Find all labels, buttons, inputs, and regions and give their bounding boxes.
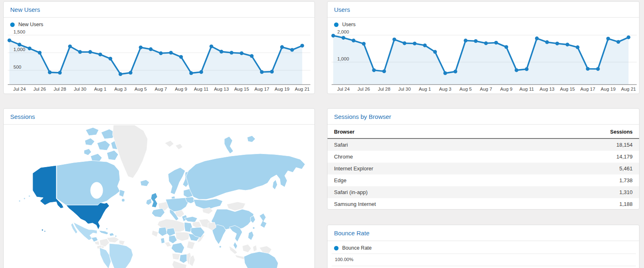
panel-new-users: New Users New Users 5001,0001,500Jul 24J… [3,1,315,94]
cell-browser-name: Safari [328,138,517,151]
svg-text:Aug 1: Aug 1 [94,87,106,92]
svg-text:Aug 19: Aug 19 [601,87,615,92]
legend-dot-icon [334,246,339,250]
legend-label: New Users [18,22,43,27]
svg-text:Jul 26: Jul 26 [33,87,46,92]
svg-text:Aug 13: Aug 13 [540,87,554,92]
svg-text:Aug 9: Aug 9 [175,87,187,92]
panel-header: Users [328,2,639,18]
column-header-browser[interactable]: Browser [328,126,517,138]
panel-sessions-map: Sessions [3,108,315,268]
svg-text:Aug 11: Aug 11 [519,87,534,92]
panel-header: New Users [4,2,314,18]
panel-header: Sessions [4,109,314,125]
browser-table-body: Safari18,154Chrome14,179Internet Explore… [328,138,639,210]
svg-text:2,000: 2,000 [337,29,349,34]
svg-text:Aug 3: Aug 3 [439,87,451,92]
svg-text:Aug 5: Aug 5 [460,87,472,92]
svg-text:500: 500 [13,65,21,69]
users-legend: Users [328,18,639,27]
table-row[interactable]: Chrome14,179 [328,151,639,163]
svg-text:Aug 21: Aug 21 [621,87,636,92]
panel-header: Bounce Rate [328,225,639,241]
sessions-map-title[interactable]: Sessions [4,109,314,124]
svg-text:Jul 24: Jul 24 [337,87,350,92]
legend-label: Users [342,22,356,27]
svg-text:Aug 19: Aug 19 [274,87,289,92]
svg-text:Jul 28: Jul 28 [378,87,390,92]
svg-text:Jul 28: Jul 28 [53,87,66,92]
bounce-rate-title[interactable]: Bounce Rate [328,225,639,241]
cell-browser-name: Chrome [328,151,517,163]
svg-text:Aug 5: Aug 5 [135,87,147,92]
users-title[interactable]: Users [328,2,639,17]
svg-text:Aug 15: Aug 15 [560,87,575,92]
table-row[interactable]: Safari (in-app)1,310 [328,186,639,198]
svg-text:Aug 7: Aug 7 [480,87,492,92]
cell-sessions-value: 1,310 [517,186,639,198]
new-users-legend: New Users [4,18,314,27]
cell-browser-name: Internet Explorer [328,163,517,174]
legend-dot-icon [334,22,339,27]
svg-text:Jul 30: Jul 30 [74,87,86,92]
svg-text:Aug 15: Aug 15 [234,87,249,92]
svg-text:Aug 1: Aug 1 [419,87,431,92]
svg-text:1,500: 1,500 [13,29,25,34]
panel-users: Users Users 1,0002,000Jul 24Jul 26Jul 28… [327,1,640,94]
new-users-title[interactable]: New Users [4,2,314,17]
svg-text:1,000: 1,000 [337,56,349,61]
svg-text:Aug 11: Aug 11 [194,87,209,92]
svg-text:Aug 17: Aug 17 [255,87,269,92]
bounce-rate-ytick: 100.00% [335,257,353,262]
panel-sessions-by-browser: Sessions by Browser Browser Sessions Saf… [327,108,640,210]
cell-sessions-value: 18,154 [517,138,639,151]
svg-text:Aug 13: Aug 13 [214,87,229,92]
svg-text:Jul 30: Jul 30 [398,87,411,92]
table-row[interactable]: Edge1,738 [328,174,639,186]
sessions-by-browser-table: Browser Sessions Safari18,154Chrome14,17… [328,126,639,210]
cell-sessions-value: 14,179 [517,151,639,163]
new-users-line-chart[interactable]: 5001,0001,500Jul 24Jul 26Jul 28Jul 30Aug… [8,29,310,94]
cell-browser-name: Samsung Internet [328,198,517,210]
svg-text:Aug 7: Aug 7 [155,87,167,92]
bounce-rate-legend: Bounce Rate [328,241,639,251]
svg-text:Aug 9: Aug 9 [500,87,512,92]
cell-browser-name: Safari (in-app) [328,186,517,198]
cell-sessions-value: 5,461 [517,163,639,174]
svg-text:1,000: 1,000 [13,47,25,52]
svg-text:Aug 3: Aug 3 [114,87,126,92]
panel-header: Sessions by Browser [328,109,639,125]
svg-text:Jul 24: Jul 24 [13,87,26,92]
panel-bounce-rate: Bounce Rate Bounce Rate 100.00% [327,225,640,268]
dashboard: New Users New Users 5001,0001,500Jul 24J… [0,0,644,268]
world-map[interactable] [4,125,315,268]
column-header-sessions[interactable]: Sessions [517,126,639,138]
svg-text:Aug 21: Aug 21 [295,87,310,92]
legend-dot-icon [10,22,15,27]
bounce-rate-line-chart[interactable]: 100.00% [332,250,636,268]
cell-sessions-value: 1,738 [517,174,639,186]
table-row[interactable]: Safari18,154 [328,138,639,151]
svg-text:Jul 26: Jul 26 [358,87,370,92]
cell-sessions-value: 1,188 [517,198,639,210]
table-row[interactable]: Internet Explorer5,461 [328,163,639,174]
table-row[interactable]: Samsung Internet1,188 [328,198,639,210]
users-line-chart[interactable]: 1,0002,000Jul 24Jul 26Jul 28Jul 30Aug 1A… [332,29,637,94]
cell-browser-name: Edge [328,174,517,186]
svg-text:Aug 17: Aug 17 [580,87,595,92]
legend-label: Bounce Rate [342,245,372,251]
table-header-row: Browser Sessions [328,126,639,138]
sessions-by-browser-title[interactable]: Sessions by Browser [328,109,639,124]
